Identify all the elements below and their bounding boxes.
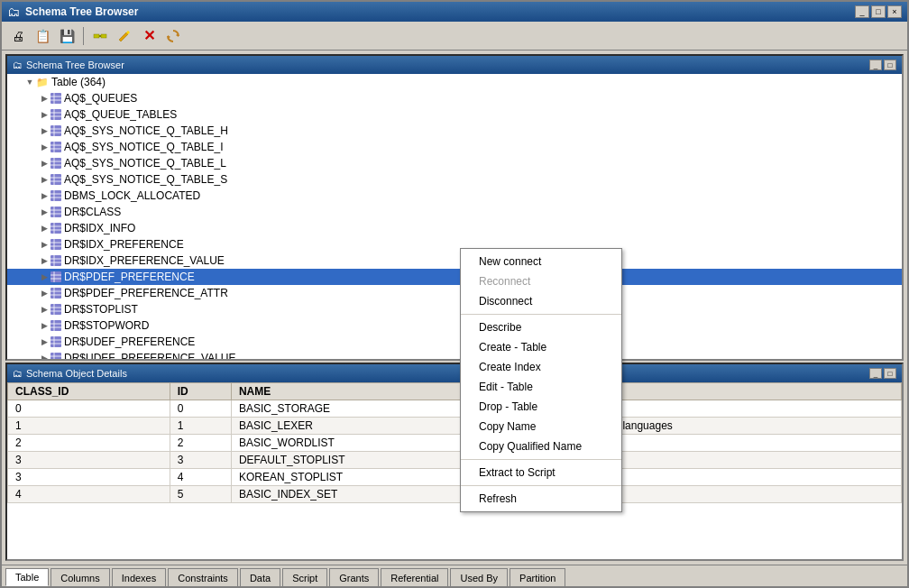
table-row[interactable]: 22BASIC_WORDLISTbasic wordlist bbox=[8, 435, 902, 452]
ctx-separator bbox=[461, 485, 621, 486]
tree-root-item[interactable]: ▼ 📁 Table (364) bbox=[7, 74, 902, 90]
tree-expand-icon: ▶ bbox=[40, 256, 49, 265]
details-table-body: 00BASIC_STORAGEtext-index storage11BASIC… bbox=[8, 400, 902, 503]
table-icon bbox=[50, 320, 61, 331]
tree-item-label: DR$CLASS bbox=[64, 206, 121, 218]
ctx-item-refresh[interactable]: Refresh bbox=[461, 489, 621, 509]
tree-expand-icon: ▶ bbox=[40, 94, 49, 103]
tab-partition[interactable]: Partition bbox=[510, 568, 565, 586]
tree-item-drudef_preference_value[interactable]: ▶ DR$UDEF_PREFERENCE_VALUE bbox=[7, 350, 902, 359]
svg-rect-17 bbox=[50, 142, 61, 152]
tree-expand-icon: ▶ bbox=[40, 224, 49, 233]
ctx-item-create-table[interactable]: Create - Table bbox=[461, 337, 621, 357]
save-button[interactable]: 💾 bbox=[56, 25, 78, 47]
tree-item-drudef_preference[interactable]: ▶ DR$UDEF_PREFERENCE bbox=[7, 334, 902, 350]
tree-item-drstoplist[interactable]: ▶ DR$STOPLIST bbox=[7, 301, 902, 317]
ctx-item-disconnect[interactable]: Disconnect bbox=[461, 291, 621, 311]
cell-id: 1 bbox=[170, 418, 231, 435]
tree-item-label: DR$UDEF_PREFERENCE bbox=[64, 335, 195, 348]
ctx-item-drop-table[interactable]: Drop - Table bbox=[461, 397, 621, 417]
tree-item-drclass[interactable]: ▶ DR$CLASS bbox=[7, 204, 902, 220]
tree-item-label: AQ$_SYS_NOTICE_Q_TABLE_I bbox=[64, 141, 224, 153]
tab-data[interactable]: Data bbox=[240, 568, 280, 586]
tree-item-aq_queues[interactable]: ▶ AQ$_QUEUES bbox=[7, 90, 902, 106]
toolbar-separator-1 bbox=[83, 27, 84, 45]
details-table-scroll[interactable]: CLASS_IDIDNAMEDESCRIPT 00BASIC_STORAGEte… bbox=[7, 382, 902, 559]
svg-rect-45 bbox=[50, 255, 61, 266]
cell-id: 5 bbox=[170, 486, 231, 503]
title-text: Schema Tree Browser bbox=[25, 5, 849, 18]
tree-item-dridx_preference[interactable]: ▶ DR$IDX_PREFERENCE bbox=[7, 236, 902, 253]
tree-item-label: AQ$_SYS_NOTICE_Q_TABLE_L bbox=[64, 157, 226, 170]
print-button[interactable]: 🖨 bbox=[7, 25, 29, 47]
cell-id: 4 bbox=[170, 469, 231, 486]
tab-script[interactable]: Script bbox=[282, 568, 327, 586]
ctx-item-describe[interactable]: Describe bbox=[461, 317, 621, 337]
tab-constraints[interactable]: Constraints bbox=[168, 568, 238, 586]
tab-used-by[interactable]: Used By bbox=[450, 568, 508, 586]
tab-grants[interactable]: Grants bbox=[329, 568, 379, 586]
ctx-item-create-index[interactable]: Create Index bbox=[461, 357, 621, 377]
svg-rect-53 bbox=[50, 288, 61, 299]
connect-button[interactable] bbox=[89, 25, 111, 47]
ctx-item-new-connect[interactable]: New connect bbox=[461, 252, 621, 271]
tree-item-label: DR$STOPLIST bbox=[64, 303, 138, 316]
ctx-item-extract-to-script[interactable]: Extract to Script bbox=[461, 463, 621, 482]
tree-items-list: ▶ AQ$_QUEUES ▶ AQ$_QUEUE_TABLES ▶ AQ$_SY… bbox=[7, 90, 902, 359]
tree-item-dridx_preference_value[interactable]: ▶ DR$IDX_PREFERENCE_VALUE bbox=[7, 253, 902, 269]
tree-expand-icon: ▶ bbox=[40, 159, 49, 168]
tree-item-dbms_lock_allocated[interactable]: ▶ DBMS_LOCK_ALLOCATED bbox=[7, 188, 902, 204]
tree-item-drpdef_preference[interactable]: ▶ DR$PDEF_PREFERENCE bbox=[7, 269, 902, 285]
details-maximize-button[interactable]: □ bbox=[884, 368, 896, 379]
cell-class_id: 2 bbox=[8, 435, 170, 452]
table-row[interactable]: 33DEFAULT_STOPLISTdefault stoplist bbox=[8, 452, 902, 469]
tree-item-label: DBMS_LOCK_ALLOCATED bbox=[64, 189, 200, 202]
tree-item-dridx_info[interactable]: ▶ DR$IDX_INFO bbox=[7, 220, 902, 236]
delete-button[interactable]: ✕ bbox=[138, 25, 160, 47]
cell-id: 3 bbox=[170, 452, 231, 469]
tree-item-label: DR$PDEF_PREFERENCE_ATTR bbox=[64, 287, 228, 299]
panel-maximize-button[interactable]: □ bbox=[884, 60, 896, 70]
table-icon bbox=[50, 353, 61, 359]
title-icon: 🗂 bbox=[7, 5, 20, 19]
tab-referential[interactable]: Referential bbox=[381, 568, 448, 586]
tree-item-aq_queue_tables[interactable]: ▶ AQ$_QUEUE_TABLES bbox=[7, 106, 902, 123]
svg-rect-33 bbox=[50, 207, 61, 217]
copy-button[interactable]: 📋 bbox=[32, 25, 53, 47]
tree-expand-icon: ▶ bbox=[40, 321, 49, 330]
details-minimize-button[interactable]: _ bbox=[869, 368, 882, 379]
ctx-item-copy-qualified-name[interactable]: Copy Qualified Name bbox=[461, 436, 621, 456]
maximize-button[interactable]: □ bbox=[871, 5, 886, 18]
title-controls: _ □ × bbox=[855, 5, 902, 18]
ctx-item-copy-name[interactable]: Copy Name bbox=[461, 417, 621, 436]
tab-indexes[interactable]: Indexes bbox=[112, 568, 167, 586]
table-icon bbox=[50, 336, 61, 347]
tree-expand-icon: ▶ bbox=[40, 289, 49, 298]
details-panel-controls: _ □ bbox=[869, 368, 896, 379]
tree-item-aq_sys_notice_q_table_s[interactable]: ▶ AQ$_SYS_NOTICE_Q_TABLE_S bbox=[7, 171, 902, 188]
tree-item-aq_sys_notice_q_table_l[interactable]: ▶ AQ$_SYS_NOTICE_Q_TABLE_L bbox=[7, 155, 902, 171]
table-row[interactable]: 45BASIC_INDEX_SETbasic index set bbox=[8, 486, 902, 503]
tree-area[interactable]: ▼ 📁 Table (364) ▶ AQ$_QUEUES ▶ AQ$_QUEUE… bbox=[7, 74, 902, 359]
tree-item-drstopword[interactable]: ▶ DR$STOPWORD bbox=[7, 317, 902, 334]
ctx-item-edit-table[interactable]: Edit - Table bbox=[461, 377, 621, 397]
edit-button[interactable] bbox=[114, 25, 135, 47]
tab-table[interactable]: Table bbox=[5, 568, 49, 586]
svg-rect-41 bbox=[50, 239, 61, 250]
cell-id: 0 bbox=[170, 400, 231, 418]
tree-item-aq_sys_notice_q_table_i[interactable]: ▶ AQ$_SYS_NOTICE_Q_TABLE_I bbox=[7, 139, 902, 155]
table-row[interactable]: 00BASIC_STORAGEtext-index storage bbox=[8, 400, 902, 418]
minimize-button[interactable]: _ bbox=[855, 5, 869, 18]
tab-columns[interactable]: Columns bbox=[50, 568, 109, 586]
table-icon bbox=[50, 158, 61, 169]
table-row[interactable]: 34KOREAN_STOPLISTkorean stoplist bbox=[8, 469, 902, 486]
tree-item-aq_sys_notice_q_table_h[interactable]: ▶ AQ$_SYS_NOTICE_Q_TABLE_H bbox=[7, 123, 902, 139]
close-button[interactable]: × bbox=[887, 5, 902, 18]
details-panel-icon: 🗂 bbox=[13, 368, 23, 379]
panel-minimize-button[interactable]: _ bbox=[869, 60, 882, 70]
refresh-button[interactable] bbox=[162, 25, 184, 47]
tree-item-drpdef_preference_attr[interactable]: ▶ DR$PDEF_PREFERENCE_ATTR bbox=[7, 285, 902, 301]
table-row[interactable]: 11BASIC_LEXERLexer for alphabetic langua… bbox=[8, 418, 902, 435]
tree-expand-icon: ▶ bbox=[40, 337, 49, 346]
col-header-id: ID bbox=[170, 383, 231, 400]
